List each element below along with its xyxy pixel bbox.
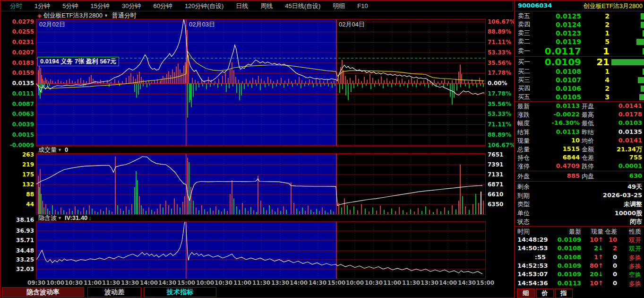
menu-item[interactable]: 30分钟 [116,2,147,10]
info-value: 0.0103 [601,119,642,126]
menu-item[interactable]: 60分钟 [147,2,178,10]
menu-item[interactable]: 周线 [254,2,279,10]
time-tick-label: 15:00 [177,280,196,286]
price-axis-label: 0.0183 [0,60,34,67]
price-chart[interactable] [36,19,486,146]
trade-oi-change: 2 [605,245,617,252]
menu-item[interactable]: 15分钟 [84,2,115,10]
position-axis-label: 7651 [488,151,514,158]
menu-item[interactable]: 5分钟 [56,2,84,10]
orderbook-qty: 1 [586,67,610,76]
trade-nature: 多换 [620,262,641,271]
menubar: 分时1分钟5分钟15分钟30分钟60分钟120分钟(自设)日线周线45日线(自设… [0,0,513,11]
contract-label: 类型 [517,200,530,209]
iv-label[interactable]: 隐含波 [38,214,57,222]
volume-dropdown-icon[interactable]: ▼ [58,148,62,152]
menu-item[interactable]: 明细 [326,2,351,10]
info-value: 10 [539,137,580,144]
trade-oi-change: 10 [605,236,617,243]
orderbook-qty: 4 [586,76,610,84]
detail-tab-active[interactable]: 细 [517,289,535,298]
orderbook-price[interactable]: 0.0106 [534,84,581,93]
orderbook-qty: 3 [586,93,610,101]
info-label: 持仓 [517,154,530,162]
orderbook-depth-bar [643,30,644,36]
percent-axis-label: 53.33% [488,111,514,118]
position-axis-label: 7131 [488,171,514,178]
trade-nature: 双开 [620,245,641,253]
detail-tab-item[interactable]: 指 [555,289,573,298]
detail-tab-item[interactable]: 价 [536,289,554,298]
info-value: -0.0022 [539,111,580,118]
iv-down-arrow-icon: ↓ [88,214,92,221]
contract-label: 状态 [517,218,530,226]
info-label: 金额 [582,145,594,154]
trades-header-cell: 时间 [517,228,546,236]
orderbook-price[interactable]: 0.0105 [534,93,581,101]
orderbook-price[interactable]: 0.0124 [534,20,581,29]
menu-item[interactable]: 分时 [4,2,28,10]
info-label: 幅度 [517,119,530,128]
price-axis-label: 0.0255 [0,28,34,35]
info-label: 最高 [582,111,594,119]
info-label: 涨跌 [517,111,530,119]
orderbook-price[interactable]: 0.0119 [534,37,581,46]
orderbook-price[interactable]: 0.0108 [534,67,581,76]
day-label: 02月02日 [39,20,65,29]
orderbook-price[interactable]: 0.0117 [534,46,581,56]
info-value: 1515 [539,145,580,152]
menu-item[interactable]: 120分钟(自设) [179,2,230,10]
trades-header-cell: 仓差 [605,228,617,236]
trade-qty: 1↑ [581,254,603,261]
trade-qty: 10↑ [581,280,603,287]
orderbook-price[interactable]: 0.0109 [534,57,581,67]
volume-label[interactable]: 成交量 [38,146,57,154]
price-axis-label: 0.0159 [0,70,34,77]
volume-axis-label: 132 [0,181,34,188]
percent-axis-label: 106.67% [488,142,514,149]
contract-value: 2026-03-25 [562,192,642,199]
trade-time: 14:52:53 [517,262,546,269]
orderbook-price[interactable]: 0.0125 [534,12,581,20]
trade-nature: 多换 [620,280,641,288]
price-axis-label: 0.0135 [0,80,34,87]
contract-name[interactable]: 创业板ETF沽3月2800 [43,11,103,20]
time-tick-label: 10:30 [214,280,233,286]
info-value: 0.4709 [539,162,580,169]
menu-item[interactable]: 1分钟 [28,2,56,10]
inner-vol-value: 630 [601,172,642,179]
orderbook-row-label: 卖五 [518,12,530,20]
time-tick-label: 13:30 [420,280,439,286]
menu-item[interactable]: F10 [351,2,374,9]
indicator-tab-item[interactable]: 技术指标 [144,287,216,297]
volume-axis-label: 263 [0,151,34,158]
price-axis-label: 0.0111 [0,90,34,97]
percent-axis-label: 88.89% [488,131,514,139]
time-tick-label: 10:30 [64,280,83,286]
info-label: 涨停 [517,162,530,171]
orderbook-price[interactable]: 0.0107 [534,76,581,84]
trade-price: 0.0109 [553,271,581,278]
iv-axis-label: 35.71 [0,237,34,244]
menu-item[interactable]: 45日线(自设) [279,2,326,10]
indicator-tab-item[interactable]: 波动差 [87,287,141,297]
orderbook-depth-bar [643,69,644,75]
indicator-tab-active[interactable]: 隐含波动率 [2,287,84,297]
trade-price: 0.0108 [553,245,581,252]
orderbook-price[interactable]: 0.0123 [534,29,581,37]
iv-axis-label: 32.03 [0,266,34,273]
volume-chart[interactable] [36,153,486,215]
iv-chart[interactable] [36,221,486,279]
contract-dropdown-icon[interactable]: ▼ [104,13,108,18]
iv-dropdown-icon[interactable]: ▼ [58,216,62,220]
trade-qty: 80↑ [581,262,603,269]
day-label: 02月04日 [339,20,365,29]
price-axis-label: 0.0207 [0,49,34,56]
contract-value: 49天 [562,183,642,191]
menu-item[interactable]: 日线 [230,2,254,10]
time-tick-label: 10:00 [196,280,215,286]
price-axis-label: 0.0063 [0,111,34,118]
price-axis-label: 0.0231 [0,39,34,46]
contract-label: 剩余 [517,183,530,191]
orderbook-depth-bar [643,48,644,54]
